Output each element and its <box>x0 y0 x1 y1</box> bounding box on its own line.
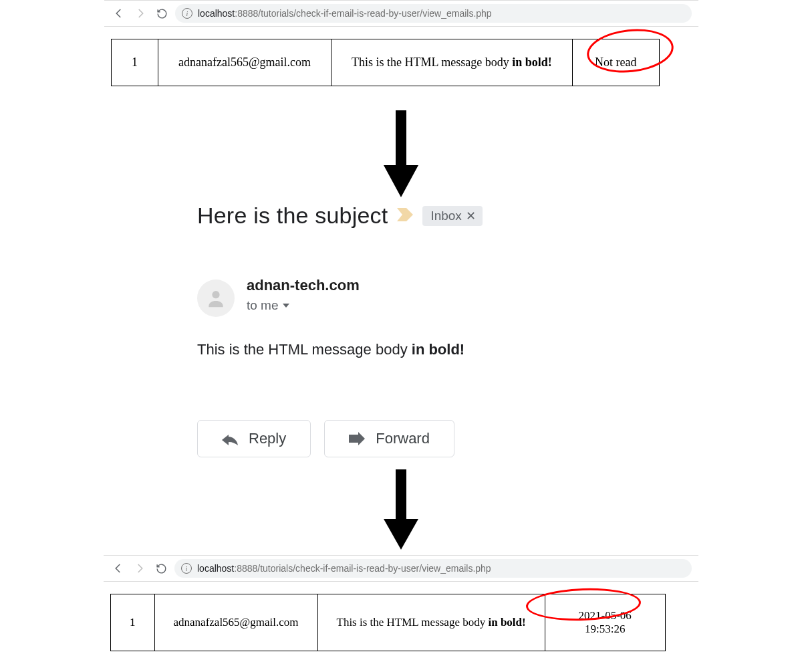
from-row: adnan-tech.com to me <box>197 277 749 317</box>
table-row: 1 adnanafzal565@gmail.com This is the HT… <box>112 39 660 86</box>
emails-table-top: 1 adnanafzal565@gmail.com This is the HT… <box>111 39 660 86</box>
cell-body: This is the HTML message body in bold! <box>331 39 573 86</box>
forward-button[interactable]: Forward <box>324 420 454 457</box>
svg-rect-5 <box>396 469 406 522</box>
cell-id: 1 <box>112 39 158 86</box>
cell-status: 2021-05-06 19:53:26 <box>545 594 665 651</box>
importance-marker-icon[interactable] <box>397 208 413 224</box>
action-row: Reply Forward <box>197 420 749 457</box>
subject-text: Here is the subject <box>197 203 388 229</box>
forward-icon[interactable] <box>132 5 148 21</box>
back-icon[interactable] <box>110 560 126 576</box>
close-icon[interactable]: ✕ <box>466 209 476 223</box>
back-icon[interactable] <box>111 5 127 21</box>
gmail-message-view: Here is the subject Inbox ✕ adnan-tech.c… <box>77 203 802 457</box>
address-bar[interactable]: i localhost:8888/tutorials/check-if-emai… <box>174 559 692 578</box>
browser-toolbar: i localhost:8888/tutorials/check-if-emai… <box>104 0 698 27</box>
bottom-browser-window: i localhost:8888/tutorials/check-if-emai… <box>104 555 698 651</box>
cell-email: adnanafzal565@gmail.com <box>154 594 317 651</box>
url-path: :8888/tutorials/check-if-email-is-read-b… <box>235 8 491 19</box>
chevron-down-icon <box>283 304 289 308</box>
arrow-down-2 <box>0 469 802 550</box>
cell-body: This is the HTML message body in bold! <box>317 594 545 651</box>
email-body: This is the HTML message body in bold! <box>197 341 749 358</box>
svg-marker-6 <box>384 519 418 550</box>
subject-row: Here is the subject Inbox ✕ <box>197 203 749 229</box>
page-content-bottom: 1 adnanafzal565@gmail.com This is the HT… <box>104 582 698 651</box>
cell-email: adnanafzal565@gmail.com <box>158 39 331 86</box>
inbox-label[interactable]: Inbox ✕ <box>422 206 482 226</box>
reload-icon[interactable] <box>153 560 169 576</box>
arrow-down-1 <box>0 110 802 197</box>
url-host: localhost <box>197 563 234 574</box>
browser-toolbar-bottom: i localhost:8888/tutorials/check-if-emai… <box>104 555 698 582</box>
avatar[interactable] <box>197 279 235 317</box>
address-bar[interactable]: i localhost:8888/tutorials/check-if-emai… <box>175 4 692 23</box>
svg-marker-2 <box>397 208 413 221</box>
svg-rect-0 <box>396 110 406 168</box>
forward-icon[interactable] <box>132 560 148 576</box>
url-host: localhost <box>198 8 235 19</box>
svg-marker-4 <box>349 432 365 445</box>
svg-marker-1 <box>384 165 418 197</box>
svg-point-3 <box>212 291 219 298</box>
site-info-icon[interactable]: i <box>182 8 192 19</box>
reply-button[interactable]: Reply <box>197 420 311 457</box>
from-name: adnan-tech.com <box>247 277 360 294</box>
page-content-top: 1 adnanafzal565@gmail.com This is the HT… <box>104 27 698 86</box>
reload-icon[interactable] <box>154 5 170 21</box>
site-info-icon[interactable]: i <box>181 563 192 574</box>
cell-id: 1 <box>111 594 155 651</box>
top-browser-window: i localhost:8888/tutorials/check-if-emai… <box>104 0 698 86</box>
url-path: :8888/tutorials/check-if-email-is-read-b… <box>234 563 491 574</box>
cell-status: Not read <box>572 39 659 86</box>
inbox-label-text: Inbox <box>430 209 461 223</box>
table-row: 1 adnanafzal565@gmail.com This is the HT… <box>111 594 666 651</box>
emails-table-bottom: 1 adnanafzal565@gmail.com This is the HT… <box>110 594 666 651</box>
to-line[interactable]: to me <box>247 298 360 313</box>
